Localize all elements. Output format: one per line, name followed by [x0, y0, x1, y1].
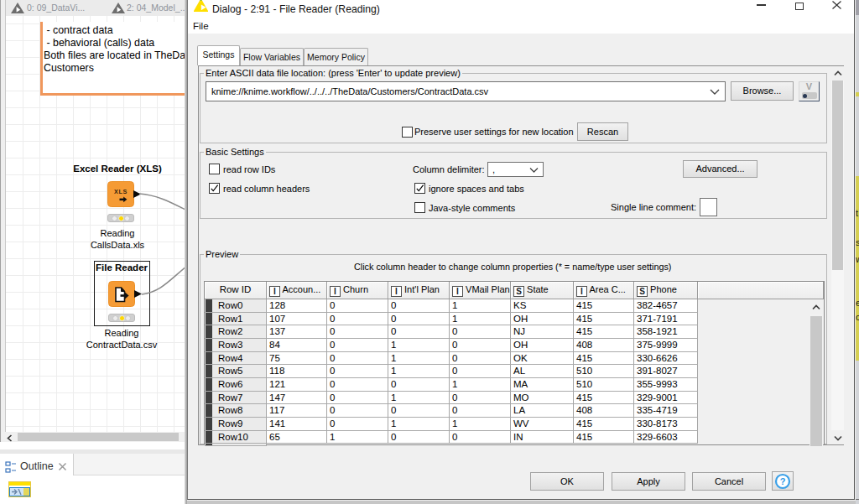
svg-text:?: ? — [780, 476, 786, 486]
